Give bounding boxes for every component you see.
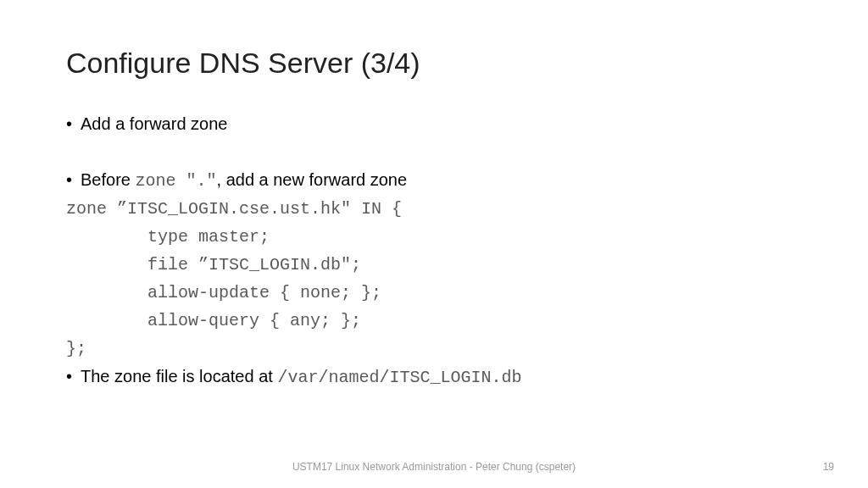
bullet-1-text: Add a forward zone xyxy=(81,110,227,138)
bullet-2-before: Before xyxy=(81,170,135,189)
bullet-3-code: /var/named/ITSC_LOGIN.db xyxy=(277,368,521,387)
bullet-3-before: The zone file is located at xyxy=(81,367,277,385)
bullet-3: • The zone file is located at /var/named… xyxy=(66,363,802,391)
bullet-2: • Before zone ".", add a new forward zon… xyxy=(66,166,802,195)
bullet-2-text: Before zone ".", add a new forward zone xyxy=(81,166,407,195)
bullet-2-after: , add a new forward zone xyxy=(217,170,408,189)
bullet-marker: • xyxy=(66,110,81,138)
bullet-marker: • xyxy=(66,166,81,194)
code-block: zone ”ITSC_LOGIN.cse.ust.hk" IN { type m… xyxy=(66,195,802,363)
page-number: 19 xyxy=(823,461,834,473)
slide-title: Configure DNS Server (3/4) xyxy=(66,47,802,80)
footer-text: USTM17 Linux Network Administration - Pe… xyxy=(0,461,868,473)
bullet-1: • Add a forward zone xyxy=(66,110,802,138)
bullet-3-text: The zone file is located at /var/named/I… xyxy=(81,363,521,391)
bullet-2-code: zone "." xyxy=(136,171,217,191)
slide-content: • Add a forward zone • Before zone ".", … xyxy=(66,110,802,391)
bullet-marker: • xyxy=(66,363,81,391)
